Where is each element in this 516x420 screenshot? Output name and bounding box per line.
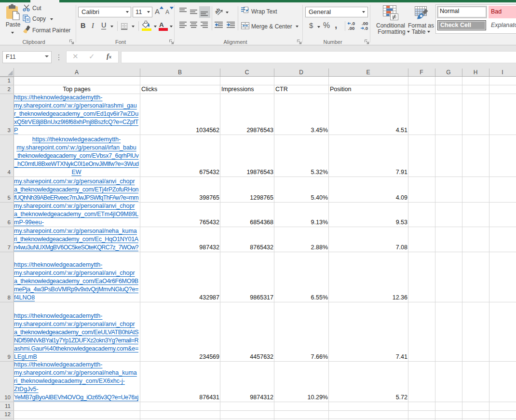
svg-text:ab: ab	[215, 7, 221, 14]
svg-text:.0: .0	[364, 26, 368, 31]
svg-text:.00: .00	[348, 26, 354, 31]
